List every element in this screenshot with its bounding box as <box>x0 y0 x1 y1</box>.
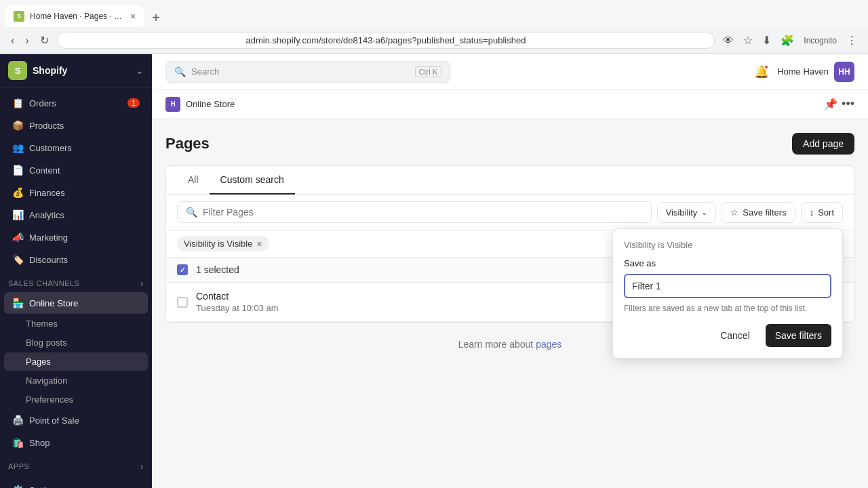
settings-icon: ⚙️ <box>12 485 24 488</box>
popover-filter-display: Visibility is Visible <box>624 240 831 250</box>
online-store-icon: 🏪 <box>12 298 24 308</box>
bookmark-icon[interactable]: ☆ <box>741 31 755 49</box>
pin-button[interactable]: 📌 <box>824 98 837 110</box>
filter-input-wrap[interactable]: 🔍 <box>177 201 652 223</box>
sidebar-item-analytics[interactable]: 📊 Analytics <box>4 204 148 226</box>
favicon: S <box>14 11 24 22</box>
shopify-logo-icon: S <box>8 61 27 80</box>
user-name: Home Haven <box>777 66 829 77</box>
shop-icon: 🛍️ <box>12 437 24 448</box>
sidebar-item-discounts[interactable]: 🏷️ Discounts <box>4 249 148 270</box>
content-icon: 📄 <box>12 165 24 176</box>
pages-learn-more-link[interactable]: pages <box>536 339 561 350</box>
analytics-icon: 📊 <box>12 209 24 220</box>
tab-close-icon[interactable]: × <box>130 11 136 22</box>
tab-all[interactable]: All <box>177 166 210 195</box>
notification-dot <box>764 64 769 70</box>
sidebar-item-online-store[interactable]: 🏪 Online Store <box>4 292 148 314</box>
sidebar-store-chevron[interactable]: ⌄ <box>136 65 144 76</box>
filter-input[interactable] <box>203 207 643 218</box>
visibility-filter-button[interactable]: Visibility ⌄ <box>657 202 717 223</box>
filter-buttons-group: Visibility ⌄ ☆ Save filters ↕ Sort <box>657 202 843 223</box>
cancel-button[interactable]: Cancel <box>710 324 760 347</box>
user-menu[interactable]: Home Haven HH <box>777 62 854 82</box>
row-checkbox[interactable] <box>177 297 188 308</box>
selected-count-label: 1 selected <box>196 264 239 275</box>
sidebar-item-orders[interactable]: 📋 Orders 1 <box>4 92 148 114</box>
new-tab-button[interactable]: + <box>146 11 165 24</box>
search-box[interactable]: 🔍 Search Ctrl K <box>165 61 450 83</box>
sidebar-item-content[interactable]: 📄 Content <box>4 159 148 181</box>
select-all-checkbox[interactable]: ✓ <box>177 264 188 275</box>
orders-badge: 1 <box>127 98 140 108</box>
popover-filter-name-input[interactable] <box>624 274 831 298</box>
download-icon[interactable]: ⬇ <box>760 31 774 49</box>
incognito-button[interactable]: Incognito <box>801 33 840 48</box>
orders-icon: 📋 <box>12 98 24 108</box>
sidebar-item-shop[interactable]: 🛍️ Shop <box>4 432 148 453</box>
shopify-logo-text: Shopify <box>33 65 67 76</box>
apps-section-label: Apps › <box>0 454 152 474</box>
sidebar-item-settings[interactable]: ⚙️ Settings <box>4 479 148 488</box>
back-button[interactable]: ‹ <box>8 32 17 49</box>
shopify-topbar: 🔍 Search Ctrl K 🔔 Home Haven HH <box>152 54 868 89</box>
filter-search-icon: 🔍 <box>186 207 197 218</box>
sidebar-item-products[interactable]: 📦 Products <box>4 115 148 136</box>
content-header-title: Online Store <box>186 99 235 109</box>
search-placeholder-text: Search <box>191 66 410 77</box>
add-page-button[interactable]: Add page <box>792 133 854 155</box>
save-filters-button[interactable]: ☆ Save filters <box>722 202 795 223</box>
tab-title: Home Haven · Pages · Shopify <box>30 12 125 21</box>
extension-icon[interactable]: 🧩 <box>778 31 797 49</box>
sales-channels-expand-icon[interactable]: › <box>140 278 144 289</box>
store-favicon: H <box>165 97 180 112</box>
sidebar-item-customers[interactable]: 👥 Customers <box>4 137 148 159</box>
popover-actions: Cancel Save filters <box>624 324 831 347</box>
popover-save-as-label: Save as <box>624 258 831 268</box>
content-header-bar: H Online Store 📌 ••• <box>152 89 868 119</box>
browser-tab[interactable]: S Home Haven · Pages · Shopify × <box>5 5 144 27</box>
more-options-button[interactable]: ••• <box>842 97 854 111</box>
browser-address-bar: ‹ › ↻ admin.shopify.com/store/de8143-a6/… <box>0 27 868 54</box>
checkmark-icon: ✓ <box>180 266 185 274</box>
page-content: Pages Add page All Custom search 🔍 <box>152 119 868 488</box>
search-icon: 🔍 <box>174 66 186 77</box>
sidebar-sub-item-preferences[interactable]: Preferences <box>4 390 148 409</box>
finances-icon: 💰 <box>12 187 24 198</box>
sidebar: S Shopify ⌄ 📋 Orders 1 📦 Products 👥 Cust… <box>0 54 152 488</box>
sidebar-sub-item-navigation[interactable]: Navigation <box>4 371 148 390</box>
reload-button[interactable]: ↻ <box>37 31 52 49</box>
save-filters-popover: Visibility is Visible Save as Filters ar… <box>612 228 843 359</box>
sort-icon: ↕ <box>810 207 814 218</box>
remove-tag-button[interactable]: × <box>256 239 262 249</box>
products-icon: 📦 <box>12 120 24 131</box>
save-filters-confirm-button[interactable]: Save filters <box>766 324 831 347</box>
chevron-down-icon: ⌄ <box>701 208 707 217</box>
discounts-icon: 🏷️ <box>12 254 24 265</box>
apps-expand-icon[interactable]: › <box>140 461 144 472</box>
sidebar-item-pos[interactable]: 🖨️ Point of Sale <box>4 409 148 431</box>
browser-tab-bar: S Home Haven · Pages · Shopify × + <box>0 0 868 27</box>
notification-bell-button[interactable]: 🔔 <box>754 64 769 79</box>
filter-row: 🔍 Visibility ⌄ ☆ Save filters <box>166 195 854 230</box>
sidebar-sub-item-pages[interactable]: Pages <box>4 352 148 371</box>
sidebar-sub-item-themes[interactable]: Themes <box>4 314 148 333</box>
sales-channels-section-label: Sales channels › <box>0 271 152 291</box>
forward-button[interactable]: › <box>22 32 31 49</box>
page-title: Pages <box>165 135 210 152</box>
sidebar-item-finances[interactable]: 💰 Finances <box>4 182 148 203</box>
customers-icon: 👥 <box>12 142 24 153</box>
more-options-icon[interactable]: ⋮ <box>844 31 860 49</box>
pages-card: All Custom search 🔍 Visibility ⌄ <box>165 165 854 323</box>
sort-button[interactable]: ↕ Sort <box>801 202 843 223</box>
visibility-filter-tag: Visibility is Visible × <box>177 236 269 251</box>
star-icon: ☆ <box>730 207 738 218</box>
tab-custom-search[interactable]: Custom search <box>210 166 295 195</box>
sidebar-sub-item-blog-posts[interactable]: Blog posts <box>4 333 148 352</box>
sidebar-item-marketing[interactable]: 📣 Marketing <box>4 226 148 248</box>
eye-slash-icon[interactable]: 👁 <box>720 32 736 49</box>
page-title-row: Pages Add page <box>165 133 854 155</box>
address-input-wrap[interactable]: admin.shopify.com/store/de8143-a6/pages?… <box>57 32 715 49</box>
marketing-icon: 📣 <box>12 232 24 243</box>
browser-chrome: S Home Haven · Pages · Shopify × + ‹ › ↻… <box>0 0 868 54</box>
